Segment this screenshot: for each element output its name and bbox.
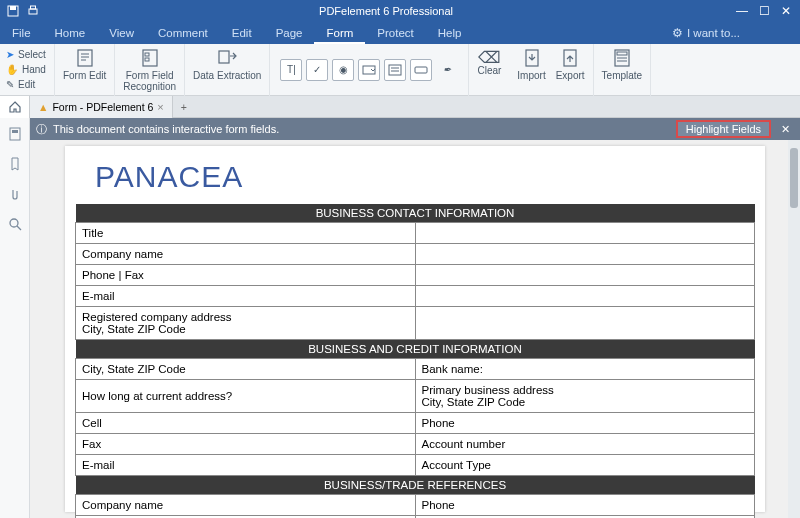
signature-button[interactable]: ✒ — [436, 59, 458, 81]
cursor-icon: ➤ — [6, 48, 14, 62]
scrollbar-thumb[interactable] — [790, 148, 798, 208]
field-value[interactable]: Bank name: — [415, 359, 755, 380]
eraser-icon: ⌫ — [478, 52, 501, 63]
infobar-close-icon[interactable]: ✕ — [777, 123, 794, 136]
template-group: Template — [594, 44, 652, 96]
field-value[interactable]: Account Type — [415, 455, 755, 476]
titlebar: PDFelement 6 Professional — ☐ ✕ — [0, 0, 800, 22]
svg-point-25 — [10, 219, 18, 227]
field-label: How long at current address? — [76, 380, 416, 413]
field-label: City, State ZIP Code — [76, 359, 416, 380]
table-row: FaxAccount number — [76, 434, 755, 455]
ffr-group: Form Field Recognition — [115, 44, 185, 96]
edit-tool[interactable]: ✎Edit — [6, 78, 35, 92]
content-area: ⓘ This document contains interactive for… — [30, 118, 800, 518]
field-value[interactable]: Account number — [415, 434, 755, 455]
extract-group: Data Extraction — [185, 44, 270, 96]
svg-rect-24 — [12, 130, 18, 133]
infobar-message: This document contains interactive form … — [53, 123, 670, 135]
thumbnails-icon — [8, 127, 22, 141]
clear-button[interactable]: ⌫ Clear — [477, 52, 501, 87]
qat-save-icon[interactable] — [6, 4, 20, 18]
table-row: E-mailAccount Type — [76, 455, 755, 476]
search-panel-button[interactable] — [7, 216, 23, 232]
template-icon — [612, 48, 632, 68]
field-value[interactable] — [415, 223, 755, 244]
field-value[interactable]: Phone — [415, 413, 755, 434]
combo-icon — [362, 63, 376, 77]
attachments-panel-button[interactable] — [7, 186, 23, 202]
table-row: E-mail — [76, 286, 755, 307]
menu-tab-protect[interactable]: Protect — [365, 22, 425, 44]
svg-line-26 — [17, 226, 21, 230]
data-extraction-button[interactable]: Data Extraction — [193, 48, 261, 92]
menu-tab-home[interactable]: Home — [43, 22, 98, 44]
app-title: PDFelement 6 Professional — [40, 5, 732, 17]
select-group: ➤Select ✋Hand ✎Edit — [0, 44, 55, 96]
menu-tab-comment[interactable]: Comment — [146, 22, 220, 44]
signature-icon: ✒ — [443, 64, 451, 75]
menu-tab-help[interactable]: Help — [426, 22, 474, 44]
extraction-icon — [217, 48, 237, 68]
field-value[interactable] — [415, 244, 755, 265]
maximize-button[interactable]: ☐ — [754, 4, 774, 18]
export-button[interactable]: Export — [556, 48, 585, 92]
list-button[interactable] — [384, 59, 406, 81]
table-row: Company namePhone — [76, 495, 755, 516]
table-row: CellPhone — [76, 413, 755, 434]
svg-rect-20 — [617, 52, 627, 55]
menu-tab-form[interactable]: Form — [314, 22, 365, 44]
svg-rect-4 — [78, 50, 92, 66]
document-tabstrip: ▲ Form - PDFelement 6 × + — [0, 96, 800, 118]
field-value[interactable] — [415, 286, 755, 307]
new-tab-button[interactable]: + — [173, 101, 195, 113]
export-icon — [560, 48, 580, 68]
qat-print-icon[interactable] — [26, 4, 40, 18]
menubar: FileHomeViewCommentEditPageFormProtectHe… — [0, 22, 800, 44]
form-edit-button[interactable]: Form Edit — [63, 48, 106, 92]
select-tool[interactable]: ➤Select — [6, 48, 46, 62]
field-label: Fax — [76, 434, 416, 455]
bookmarks-panel-button[interactable] — [7, 156, 23, 172]
button-icon — [414, 63, 428, 77]
bookmark-icon — [8, 157, 22, 171]
menu-tab-view[interactable]: View — [97, 22, 146, 44]
field-value[interactable] — [415, 265, 755, 286]
section-heading: BUSINESS/TRADE REFERENCES — [76, 476, 755, 495]
field-label: Company name — [76, 244, 416, 265]
text-field-button[interactable]: T| — [280, 59, 302, 81]
checkbox-icon: ✓ — [313, 64, 321, 75]
import-button[interactable]: Import — [517, 48, 545, 92]
template-button[interactable]: Template — [602, 48, 643, 92]
combo-button[interactable] — [358, 59, 380, 81]
tab-close-icon[interactable]: × — [157, 101, 163, 113]
highlight-fields-button[interactable]: Highlight Fields — [676, 120, 771, 138]
i-want-to[interactable]: ⚙ I want to... — [672, 26, 800, 40]
menu-tab-file[interactable]: File — [0, 22, 43, 44]
field-label: E-mail — [76, 455, 416, 476]
document-tab[interactable]: ▲ Form - PDFelement 6 × — [30, 96, 173, 118]
field-value[interactable]: Primary business address City, State ZIP… — [415, 380, 755, 413]
button-field-button[interactable] — [410, 59, 432, 81]
form-edit-icon — [75, 48, 95, 68]
hand-tool[interactable]: ✋Hand — [6, 63, 46, 77]
table-row: City, State ZIP CodeBank name: — [76, 359, 755, 380]
field-label: E-mail — [76, 286, 416, 307]
thumbnails-panel-button[interactable] — [7, 126, 23, 142]
menu-tab-page[interactable]: Page — [264, 22, 315, 44]
close-button[interactable]: ✕ — [776, 4, 796, 18]
minimize-button[interactable]: — — [732, 4, 752, 18]
field-value[interactable]: Phone — [415, 495, 755, 516]
lightbulb-icon: ⚙ — [672, 26, 683, 40]
field-label: Company name — [76, 495, 416, 516]
radio-button[interactable]: ◉ — [332, 59, 354, 81]
field-value[interactable] — [415, 307, 755, 340]
form-field-recognition-button[interactable]: Form Field Recognition — [123, 48, 176, 92]
table-row: How long at current address?Primary busi… — [76, 380, 755, 413]
checkbox-button[interactable]: ✓ — [306, 59, 328, 81]
menu-tab-edit[interactable]: Edit — [220, 22, 264, 44]
radio-icon: ◉ — [339, 64, 348, 75]
attachment-icon — [8, 187, 22, 201]
vertical-scrollbar[interactable] — [788, 140, 800, 518]
home-tab-button[interactable] — [0, 96, 30, 118]
